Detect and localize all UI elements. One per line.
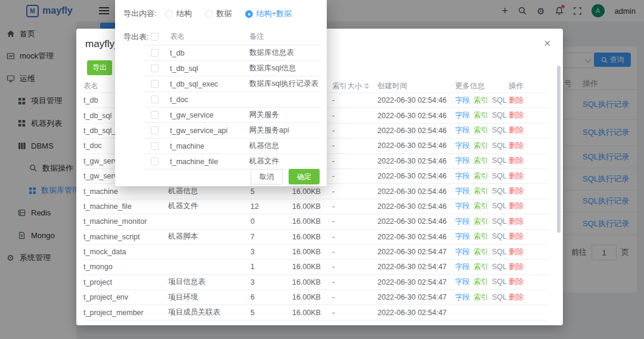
sql-link[interactable]: SQL bbox=[492, 217, 507, 226]
column-header-remark: 备注 bbox=[249, 32, 321, 42]
sql-link[interactable]: SQL bbox=[492, 172, 507, 180]
sort-icon[interactable] bbox=[364, 83, 369, 89]
sql-link[interactable]: SQL bbox=[492, 141, 507, 150]
delete-link[interactable]: 删除 bbox=[509, 96, 524, 104]
row-checkbox[interactable] bbox=[151, 49, 159, 57]
row-checkbox[interactable] bbox=[151, 64, 159, 72]
cell-row-count: 3 bbox=[250, 248, 292, 256]
indexes-link[interactable]: 索引 bbox=[473, 263, 488, 271]
cell-row-count: 12 bbox=[250, 202, 292, 211]
sql-link[interactable]: SQL bbox=[492, 293, 507, 301]
cell-index-size: - bbox=[332, 157, 377, 165]
indexes-link[interactable]: 索引 bbox=[473, 126, 488, 134]
indexes-link[interactable]: 索引 bbox=[473, 202, 488, 210]
fields-link[interactable]: 字段 bbox=[455, 263, 470, 271]
cell-data-size: 16.00KB bbox=[292, 202, 332, 211]
table-row-clipped bbox=[83, 320, 547, 325]
checkbox-cell bbox=[144, 95, 170, 103]
delete-link[interactable]: 删除 bbox=[509, 187, 524, 195]
fields-link[interactable]: 字段 bbox=[455, 111, 470, 119]
row-checkbox[interactable] bbox=[151, 142, 159, 150]
indexes-link[interactable]: 索引 bbox=[473, 156, 488, 165]
indexes-link[interactable]: 索引 bbox=[473, 293, 488, 301]
fields-link[interactable]: 字段 bbox=[455, 141, 470, 150]
fields-link[interactable]: 字段 bbox=[455, 156, 470, 165]
cell-row-count: 0 bbox=[250, 217, 292, 226]
radio-label: 结构+数据 bbox=[256, 8, 292, 19]
delete-link[interactable]: 删除 bbox=[509, 111, 524, 119]
cell-created-time: 2022-06-30 02:54:46 bbox=[377, 202, 455, 211]
confirm-button[interactable]: 确定 bbox=[289, 169, 320, 184]
delete-link[interactable]: 删除 bbox=[509, 141, 524, 150]
row-checkbox[interactable] bbox=[151, 158, 159, 165]
indexes-link[interactable]: 索引 bbox=[473, 172, 488, 180]
row-checkbox[interactable] bbox=[151, 95, 159, 103]
indexes-link[interactable]: 索引 bbox=[473, 278, 488, 286]
sql-link[interactable]: SQL bbox=[492, 187, 507, 195]
indexes-link[interactable]: 索引 bbox=[473, 141, 488, 150]
fields-link[interactable]: 字段 bbox=[455, 126, 470, 134]
delete-link[interactable]: 删除 bbox=[509, 172, 524, 180]
radio-option-2[interactable]: 结构+数据 bbox=[245, 8, 292, 19]
sql-link[interactable]: SQL bbox=[492, 202, 507, 210]
cell-more-info: 字段索引SQL bbox=[455, 277, 509, 287]
cell-table-name: t_gw_service bbox=[170, 111, 249, 119]
select-all-checkbox[interactable] bbox=[151, 33, 159, 41]
sql-link[interactable]: SQL bbox=[492, 232, 507, 241]
sql-link[interactable]: SQL bbox=[492, 111, 507, 119]
delete-link[interactable]: 删除 bbox=[509, 156, 524, 165]
cell-action: 删除 bbox=[509, 247, 547, 257]
sql-link[interactable]: SQL bbox=[492, 126, 507, 134]
cell-action: 删除 bbox=[509, 217, 547, 227]
sql-link[interactable]: SQL bbox=[492, 248, 507, 256]
indexes-link[interactable]: 索引 bbox=[473, 111, 488, 119]
radio-option-1[interactable]: 数据 bbox=[205, 8, 232, 19]
indexes-link[interactable]: 索引 bbox=[473, 248, 488, 256]
delete-link[interactable]: 删除 bbox=[509, 202, 524, 210]
cell-row-count: 3 bbox=[250, 278, 292, 286]
sql-link[interactable]: SQL bbox=[492, 156, 507, 165]
fields-link[interactable]: 字段 bbox=[455, 96, 470, 104]
indexes-link[interactable]: 索引 bbox=[473, 96, 488, 104]
fields-link[interactable]: 字段 bbox=[455, 278, 470, 286]
indexes-link[interactable]: 索引 bbox=[473, 187, 488, 195]
checkbox-cell bbox=[144, 142, 170, 150]
cell-more-info: 字段索引SQL bbox=[455, 141, 509, 151]
fields-link[interactable]: 字段 bbox=[455, 202, 470, 210]
indexes-link[interactable]: 索引 bbox=[473, 232, 488, 241]
fields-link[interactable]: 字段 bbox=[455, 248, 470, 256]
radio-option-0[interactable]: 结构 bbox=[165, 8, 192, 19]
delete-link[interactable]: 删除 bbox=[509, 126, 524, 134]
delete-link[interactable]: 删除 bbox=[509, 278, 524, 286]
delete-link[interactable]: 删除 bbox=[509, 293, 524, 301]
row-checkbox[interactable] bbox=[151, 127, 159, 134]
sql-link[interactable]: SQL bbox=[492, 278, 507, 286]
cell-more-info: 字段索引SQL bbox=[455, 186, 509, 196]
cell-created-time: 2022-06-30 02:54:46 bbox=[377, 233, 455, 241]
cell-more-info: 字段索引SQL bbox=[455, 217, 509, 227]
cancel-button[interactable]: 取消 bbox=[250, 169, 283, 184]
table-row: t_machine_monitor016.00KB-2022-06-30 02:… bbox=[83, 214, 547, 229]
fields-link[interactable]: 字段 bbox=[455, 187, 470, 195]
fields-link[interactable]: 字段 bbox=[455, 172, 470, 180]
table-row: t_mock_data316.00KB-2022-06-30 02:54:47字… bbox=[83, 245, 547, 260]
fields-link[interactable]: 字段 bbox=[455, 232, 470, 241]
cell-created-time: 2022-06-30 02:54:46 bbox=[377, 141, 455, 150]
row-checkbox[interactable] bbox=[151, 80, 159, 88]
indexes-link[interactable]: 索引 bbox=[473, 217, 488, 226]
delete-link[interactable]: 删除 bbox=[509, 217, 524, 226]
vertical-scrollbar[interactable] bbox=[557, 66, 561, 233]
close-icon[interactable]: ✕ bbox=[543, 38, 551, 49]
sql-link[interactable]: SQL bbox=[492, 263, 507, 271]
sql-link[interactable]: SQL bbox=[492, 96, 507, 104]
fields-link[interactable]: 字段 bbox=[455, 293, 470, 301]
cell-data-size: 16.00KB bbox=[292, 187, 332, 196]
export-button[interactable]: 导出 bbox=[87, 60, 112, 75]
delete-link[interactable]: 删除 bbox=[509, 263, 524, 271]
delete-link[interactable]: 删除 bbox=[509, 232, 524, 241]
cell-index-size: - bbox=[332, 233, 377, 241]
delete-link[interactable]: 删除 bbox=[509, 248, 524, 256]
fields-link[interactable]: 字段 bbox=[455, 217, 470, 226]
cell-created-time: 2022-06-30 02:54:46 bbox=[377, 112, 455, 120]
row-checkbox[interactable] bbox=[151, 111, 159, 119]
